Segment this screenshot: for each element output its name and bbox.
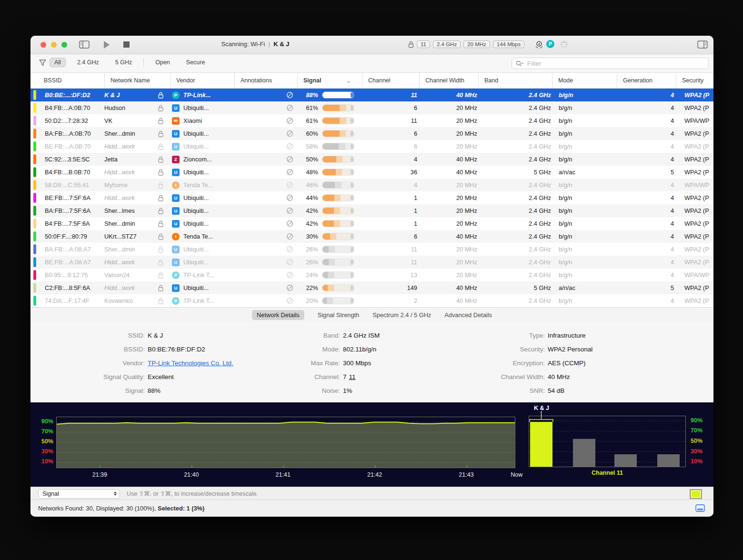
no-annotation-icon[interactable] — [286, 156, 293, 163]
column-header-channel[interactable]: Channel — [362, 73, 419, 88]
no-annotation-icon[interactable] — [286, 297, 293, 304]
column-header-bssid[interactable]: BSSID — [38, 73, 104, 88]
table-row[interactable]: B4:FB:...B:0B:70Hidd...workUUbiquiti...4… — [30, 166, 713, 179]
mode-cell: b/g/n — [552, 207, 617, 214]
column-header-annotations[interactable]: Annotations — [234, 73, 297, 88]
table-row[interactable]: 58:D9:...C:55:41MyhometTenda Te...46%420… — [30, 179, 713, 191]
scan-stop-button[interactable] — [123, 41, 130, 48]
search-input[interactable] — [526, 60, 704, 68]
bssid-cell: 74:DA:...F:17:4F — [38, 297, 104, 304]
vendor-ubiquiti-icon: U — [172, 130, 180, 138]
band-cell: 2.4 GHz — [478, 233, 552, 240]
table-row[interactable]: B0:95:...9:12:75Vatson24PTP-Link T...24%… — [30, 269, 713, 281]
close-window-button[interactable] — [40, 42, 46, 48]
table-row[interactable]: BA:FB:...7:5F:6ASher...lmesUUbiquiti...4… — [30, 204, 713, 217]
column-header-mode[interactable]: Mode — [552, 73, 617, 88]
table-row[interactable]: 74:DA:...F:17:4FKovalenkoPTP-Link T...20… — [30, 294, 713, 307]
no-annotation-icon[interactable] — [286, 233, 293, 240]
bottom-panel-toggle-icon[interactable] — [695, 504, 705, 512]
vendor-cell: tTenda Te... — [170, 233, 234, 240]
column-header-network-name[interactable]: Network Name — [104, 73, 151, 88]
no-annotation-icon[interactable] — [286, 104, 293, 111]
channel-cell: 149 — [362, 284, 419, 291]
left-sidebar-toggle-icon[interactable] — [79, 40, 90, 49]
table-row[interactable]: BA:FB:...A:08:A7Sher...dminUUbiquiti...2… — [30, 243, 713, 256]
no-annotation-icon[interactable] — [286, 220, 293, 227]
signal-percent-cell: 42% — [297, 220, 320, 227]
channel-width-cell: 20 MHz — [419, 194, 478, 201]
column-header-band[interactable]: Band — [478, 73, 552, 88]
tab-spectrum-2-4-5-ghz[interactable]: Spectrum 2.4 / 5 GHz — [372, 311, 431, 319]
no-annotation-icon[interactable] — [286, 194, 293, 201]
channel-cell: 11 — [362, 91, 419, 99]
no-annotation-icon[interactable] — [286, 130, 293, 137]
table-row[interactable]: B0:BE:...:DF:D2K & JPTP-Link...88%1140 M… — [30, 89, 713, 101]
table-row[interactable]: BA:FB:...A:0B:70Sher...dminUUbiquiti...6… — [30, 127, 713, 140]
filter-segment-secure[interactable]: Secure — [181, 58, 210, 67]
security-cell: WPA2 (P — [676, 284, 713, 291]
filter-segment-open[interactable]: Open — [151, 58, 175, 67]
filter-segment-2-4-ghz[interactable]: 2.4 GHz — [72, 58, 104, 67]
vendor-ubiquiti-icon: U — [172, 246, 180, 253]
detail-value[interactable]: TP-Link Technologies Co. Ltd. — [148, 360, 233, 367]
vendor-link[interactable]: TP-Link Technologies Co. Ltd. — [148, 360, 233, 367]
table-row[interactable]: 50:D2:...7:28:32VKMIXiaomi61%1120 MHz2.4… — [30, 114, 713, 127]
filter-funnel-icon[interactable] — [39, 60, 46, 66]
table-row[interactable]: BE:FB:...A:0B:70Hidd...workUUbiquiti...5… — [30, 140, 713, 153]
detail-value: 711 — [343, 373, 356, 380]
selected-network-color-swatch[interactable] — [690, 489, 702, 499]
lock-icon — [158, 298, 163, 304]
tab-advanced-details[interactable]: Advanced Details — [444, 311, 492, 319]
metric-select[interactable]: Signal — [38, 489, 120, 499]
column-header-channel-width[interactable]: Channel Width — [419, 73, 478, 88]
table-row[interactable]: B4:FB:...7:5F:6ASher...dminUUbiquiti...4… — [30, 217, 713, 230]
detail-label: Type: — [450, 332, 545, 339]
status-badge: 144 Mbps — [493, 40, 525, 48]
vendor-cell: UUbiquiti... — [170, 130, 234, 138]
column-header-signal[interactable]: Signal⌄ — [297, 73, 362, 88]
no-annotation-icon[interactable] — [286, 143, 293, 150]
no-annotation-icon[interactable] — [286, 259, 293, 266]
tab-network-details[interactable]: Network Details — [252, 310, 304, 320]
minimize-window-button[interactable] — [51, 42, 57, 48]
vendor-cell: UUbiquiti... — [170, 246, 234, 253]
generation-cell: 4 — [617, 181, 676, 189]
y-axis-tick: 90% — [32, 418, 53, 425]
no-annotation-icon[interactable] — [286, 207, 293, 214]
lock-icon — [158, 208, 163, 214]
no-annotation-icon[interactable] — [286, 246, 293, 253]
connection-lock-icon — [408, 41, 414, 48]
vendor-ubiquiti-icon: U — [172, 194, 180, 202]
network-name-cell: Sher...dmin — [104, 130, 151, 137]
security-cell: WPA2 (P — [676, 169, 713, 176]
vendor-zioncom-icon: Z — [172, 156, 180, 163]
table-row[interactable]: 5C:92:...3:5E:5CJettaZZioncom...50%440 M… — [30, 153, 713, 166]
tab-signal-strength[interactable]: Signal Strength — [318, 311, 360, 319]
mode-cell: b/g/n — [552, 104, 617, 111]
no-annotation-icon[interactable] — [286, 181, 293, 189]
filter-segment-all[interactable]: All — [50, 58, 66, 67]
column-header-security[interactable]: Security — [676, 73, 713, 88]
table-row[interactable]: 50:0F:F...:80:79UKrt...STZ7tTenda Te...3… — [30, 230, 713, 243]
status-bar: Networks Found: 30, Displayed: 30 (100%)… — [30, 500, 713, 517]
zoom-window-button[interactable] — [61, 42, 67, 48]
column-header-generation[interactable]: Generation — [617, 73, 676, 88]
column-header-vendor[interactable]: Vendor — [170, 73, 234, 88]
scan-interval-icon[interactable]: 4 — [534, 40, 544, 50]
table-row[interactable]: BE:FB:...A:08:A7Hidd...workUUbiquiti...2… — [30, 256, 713, 269]
row-color-stripe — [30, 154, 38, 164]
table-row[interactable]: BE:FB:...7:5F:6AHidd...workUUbiquiti...4… — [30, 191, 713, 204]
table-row[interactable]: B4:FB:...A:0B:70HudsonUUbiquiti...61%620… — [30, 101, 713, 114]
scan-play-button[interactable] — [103, 40, 110, 49]
no-annotation-icon[interactable] — [286, 271, 293, 279]
filter-segment-5-ghz[interactable]: 5 GHz — [110, 58, 137, 67]
no-annotation-icon[interactable] — [286, 91, 293, 99]
no-annotation-icon[interactable] — [286, 117, 293, 124]
row-color-stripe — [30, 167, 38, 177]
no-annotation-icon[interactable] — [286, 284, 293, 291]
filter-search-field[interactable] — [512, 58, 709, 69]
no-annotation-icon[interactable] — [286, 169, 293, 176]
right-sidebar-toggle-icon[interactable] — [697, 40, 708, 49]
table-row[interactable]: C2:FB:...8:5F:6AHidd...workUUbiquiti...2… — [30, 281, 713, 294]
vendor-cell: UUbiquiti... — [170, 284, 234, 292]
